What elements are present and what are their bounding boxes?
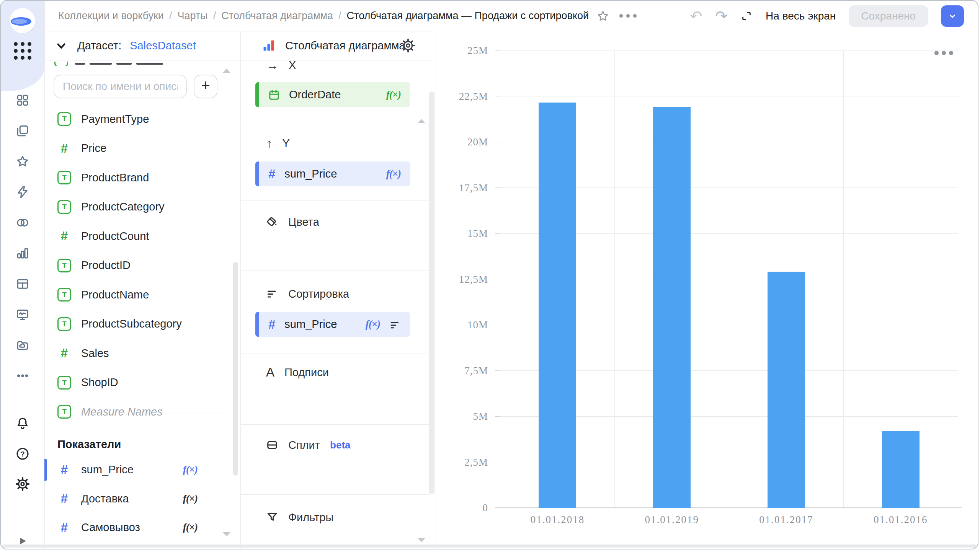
more-icon[interactable] bbox=[16, 369, 29, 383]
svg-text:?: ? bbox=[20, 450, 24, 458]
measure-name: Доставка bbox=[81, 492, 129, 505]
notifications-bell-icon[interactable] bbox=[15, 416, 30, 430]
funnel-icon bbox=[266, 511, 278, 523]
favorite-star-icon[interactable] bbox=[596, 10, 609, 23]
search-input[interactable] bbox=[54, 75, 187, 98]
sort-field-pill[interactable]: # sum_Price f(×) bbox=[255, 312, 410, 337]
y-tick-mark bbox=[495, 279, 500, 279]
dataset-field-row[interactable]: TProductName bbox=[44, 280, 240, 310]
string-field-icon: T bbox=[57, 288, 71, 302]
datalens-logo[interactable] bbox=[10, 8, 36, 34]
measure-row[interactable]: #Доставкаf(×) bbox=[44, 484, 240, 514]
connections-icon[interactable] bbox=[16, 216, 29, 230]
bar[interactable] bbox=[882, 431, 920, 508]
dataset-panel: Датасет: SalesDataset + TPaymentType#Pri… bbox=[44, 31, 241, 549]
charts-icon[interactable] bbox=[16, 246, 29, 260]
section-y: ↑ Y bbox=[266, 135, 290, 151]
scroll-up-arrow[interactable] bbox=[418, 119, 425, 123]
dataset-field-row[interactable]: #Sales bbox=[44, 339, 240, 368]
beta-badge: beta bbox=[330, 439, 350, 451]
measure-row[interactable]: #sum_Pricef(×) bbox=[44, 455, 240, 484]
horizontal-scrollbar[interactable] bbox=[2, 544, 976, 548]
section-x: → X bbox=[266, 57, 296, 73]
section-labels[interactable]: A Подписи bbox=[266, 365, 329, 380]
dataset-field-row[interactable]: TProductSubcategory bbox=[44, 310, 240, 339]
x-tick-label: 01.01.2016 bbox=[843, 514, 958, 526]
storage-folder-icon[interactable] bbox=[16, 338, 29, 352]
y-tick-mark bbox=[495, 233, 500, 234]
scroll-down-arrow[interactable] bbox=[418, 538, 425, 542]
v-gridline bbox=[958, 51, 958, 508]
chart-preview-panel: 02,5M5M7,5M10M12,5M15M17,5M20M22,5M25M01… bbox=[436, 31, 978, 549]
dataset-scrollbar[interactable] bbox=[233, 262, 238, 476]
save-dropdown-button[interactable] bbox=[941, 5, 964, 27]
favorites-icon[interactable] bbox=[16, 155, 29, 168]
apps-grid-icon[interactable] bbox=[14, 42, 31, 60]
collections-icon[interactable] bbox=[16, 124, 29, 138]
formula-icon: f(×) bbox=[386, 89, 401, 101]
settings-gear-icon[interactable] bbox=[15, 477, 30, 491]
add-field-button[interactable]: + bbox=[194, 75, 217, 98]
measure-row[interactable]: #Самовывозf(×) bbox=[44, 513, 240, 542]
scroll-up-arrow[interactable] bbox=[223, 68, 230, 73]
section-colors[interactable]: Цвета bbox=[266, 214, 319, 230]
breadcrumb-link[interactable]: Коллекции и воркбуки bbox=[58, 10, 164, 22]
y-tick-mark bbox=[495, 187, 500, 188]
dataset-field-row[interactable]: TShopID bbox=[44, 368, 240, 398]
config-scrollbar[interactable] bbox=[429, 91, 434, 494]
string-field-icon: T bbox=[57, 171, 71, 184]
x-tick-label: 01.01.2017 bbox=[729, 514, 844, 526]
section-filters[interactable]: Фильтры bbox=[266, 510, 333, 525]
fullscreen-button[interactable]: На весь экран bbox=[766, 10, 836, 22]
y-tick-mark bbox=[495, 370, 500, 371]
calendar-icon bbox=[268, 89, 280, 101]
y-tick-label: 2,5M bbox=[427, 456, 488, 468]
dataset-name-link[interactable]: SalesDataset bbox=[130, 39, 196, 52]
dataset-field-row[interactable]: #Price bbox=[44, 134, 240, 163]
x-field-pill[interactable]: OrderDate f(×) bbox=[255, 82, 410, 107]
y-tick-label: 12,5M bbox=[427, 273, 488, 285]
undo-icon[interactable]: ↶ bbox=[690, 9, 702, 23]
dashboards-icon[interactable] bbox=[16, 93, 29, 107]
arrow-right-icon: → bbox=[266, 59, 279, 72]
formula-icon: f(×) bbox=[183, 493, 198, 505]
sort-field-name: sum_Price bbox=[284, 318, 337, 331]
measure-name: sum_Price bbox=[81, 463, 134, 476]
scroll-down-arrow[interactable] bbox=[223, 532, 230, 536]
chart-type-title: Столбчатая диаграмма bbox=[285, 39, 405, 52]
bar[interactable] bbox=[653, 107, 691, 508]
redo-icon[interactable]: ↷ bbox=[715, 9, 727, 23]
breadcrumb-more-icon[interactable] bbox=[619, 14, 637, 18]
y-field-pill[interactable]: # sum_Price f(×) bbox=[255, 161, 410, 186]
dataset-field-row[interactable]: #ProductCount bbox=[44, 222, 240, 251]
monitoring-icon[interactable] bbox=[16, 308, 29, 321]
sort-order-icon[interactable] bbox=[389, 319, 401, 330]
save-button[interactable]: Сохранено bbox=[849, 5, 928, 27]
breadcrumb-link[interactable]: Столбчатая диаграмма bbox=[221, 10, 333, 22]
y-tick-label: 15M bbox=[427, 227, 488, 240]
y-tick-label: 0 bbox=[427, 502, 488, 514]
dataset-collapse-chevron-icon[interactable] bbox=[54, 38, 69, 53]
number-field-icon: # bbox=[57, 346, 71, 360]
dataset-field-row[interactable]: TPaymentType bbox=[44, 104, 240, 134]
help-icon[interactable]: ? bbox=[15, 447, 30, 461]
breadcrumb-separator: / bbox=[338, 10, 341, 22]
paint-bucket-icon bbox=[266, 216, 278, 228]
breadcrumb-link[interactable]: Чарты bbox=[177, 10, 207, 22]
number-field-icon: # bbox=[57, 229, 71, 243]
v-gridline bbox=[729, 51, 729, 508]
section-split[interactable]: Сплит beta bbox=[266, 437, 351, 453]
chart-settings-gear-icon[interactable] bbox=[400, 38, 416, 53]
dataset-field-row[interactable]: TMeasure Names bbox=[44, 397, 240, 427]
x-tick-label: 01.01.2019 bbox=[615, 514, 729, 526]
dataset-field-row[interactable]: TProductID bbox=[44, 251, 240, 280]
datasets-icon[interactable] bbox=[16, 277, 29, 291]
fullscreen-icon[interactable] bbox=[740, 10, 753, 22]
dataset-label: Датасет: bbox=[77, 39, 121, 52]
dataset-field-row[interactable]: TProductBrand bbox=[44, 163, 240, 192]
field-name: ProductSubcategory bbox=[81, 318, 182, 330]
bar[interactable] bbox=[539, 103, 576, 508]
dataset-field-row[interactable]: TProductCategory bbox=[44, 192, 240, 222]
bar[interactable] bbox=[768, 272, 805, 508]
quick-actions-icon[interactable] bbox=[16, 185, 29, 199]
